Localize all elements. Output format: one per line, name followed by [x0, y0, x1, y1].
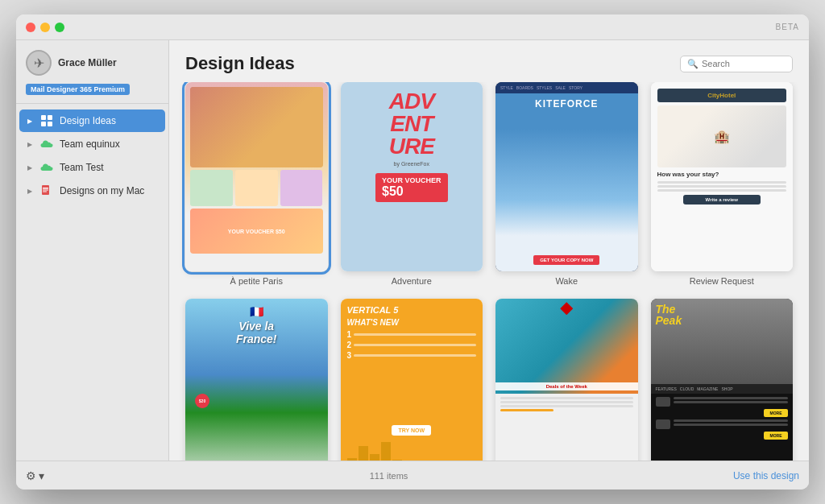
title-bar: BETA: [16, 14, 809, 40]
grid-container[interactable]: YOUR VOUCHER $50 À petite Paris ADVENTUR…: [169, 82, 809, 461]
content-area: Design Ideas 🔍: [169, 40, 809, 461]
vertical-building-4: [381, 442, 391, 461]
card-thumb-review[interactable]: CityHotel 🏨 How was your stay? Write a r…: [651, 82, 794, 271]
wake-nav-4: SALE: [555, 85, 566, 90]
vertical-design: VERTICAL 5 WHAT'S NEW 1 2: [341, 299, 483, 461]
review-line-1: [657, 181, 787, 184]
card-thumb-peak[interactable]: ThePeak FEATURES CLOUD MAGAZINE SHOP: [651, 299, 794, 461]
peak-nav-4: SHOP: [721, 386, 732, 391]
vertical-item-1: 1: [347, 330, 477, 339]
user-name: Grace Müller: [58, 57, 117, 68]
peak-more-btn-2: MORE: [764, 432, 788, 440]
user-avatar-row: ✈ Grace Müller: [26, 50, 159, 76]
vertical-num-2: 2: [347, 341, 352, 349]
card-wake[interactable]: STYLE BOARDS STYLES SALE STORY KITEFORCE…: [495, 82, 638, 286]
gear-button[interactable]: ⚙ ▾: [26, 469, 44, 482]
sidebar: ✈ Grace Müller Mail Designer 365 Premium…: [16, 40, 169, 461]
review-question: How was your stay?: [657, 171, 787, 178]
card-review-label: Review Request: [690, 276, 754, 286]
sidebar-item-designs-mac[interactable]: ▶ Designs on my Mac: [19, 180, 165, 202]
use-design-button[interactable]: Use this design: [733, 470, 799, 481]
peak-text-line-4: [674, 423, 789, 426]
search-box[interactable]: 🔍: [680, 56, 793, 72]
card-thumb-adventure[interactable]: ADVENTURE by GreeneFox YOUR VOUCHER$50: [341, 82, 483, 271]
card-france[interactable]: 🇫🇷 Vive laFrance! $20: [185, 299, 328, 461]
file-icon: [39, 184, 54, 198]
adventure-title: ADVENTURE: [389, 90, 434, 158]
review-write-btn: Write a review: [683, 195, 761, 204]
paris-footer-text: YOUR VOUCHER $50: [228, 229, 285, 234]
bottom-bar: ⚙ ▾ 111 items Use this design: [16, 461, 809, 490]
sidebar-item-designs-mac-label: Designs on my Mac: [60, 185, 144, 196]
search-icon: 🔍: [687, 59, 699, 69]
supermarket-top-image: Deals of the Week: [495, 299, 638, 394]
review-hotel-header: CityHotel: [657, 89, 787, 102]
card-review[interactable]: CityHotel 🏨 How was your stay? Write a r…: [651, 82, 794, 286]
wake-design: STYLE BOARDS STYLES SALE STORY KITEFORCE…: [495, 82, 638, 271]
vertical-text-1: [354, 333, 476, 336]
peak-nav-1: FEATURES: [656, 386, 677, 391]
maximize-button[interactable]: [55, 23, 64, 32]
sidebar-item-design-ideas[interactable]: ▶ Design Ideas: [19, 109, 165, 132]
vertical-text-2: [354, 344, 476, 346]
nav-items: ▶ Design Ideas ▶: [16, 104, 168, 461]
supermarket-line-2: [500, 401, 633, 403]
minimize-button[interactable]: [40, 23, 50, 32]
sidebar-item-team-test[interactable]: ▶ Team Test: [19, 156, 165, 179]
wake-nav-3: STYLES: [537, 85, 552, 90]
card-thumb-paris[interactable]: YOUR VOUCHER $50: [185, 82, 328, 271]
review-line-3: [657, 189, 787, 192]
supermarket-line-4: [500, 409, 553, 411]
supermarket-design: Deals of the Week: [495, 299, 638, 461]
sidebar-item-team-equinux[interactable]: ▶ Team equinux: [19, 133, 165, 155]
peak-text-line-2: [674, 401, 789, 403]
svg-rect-0: [41, 115, 46, 120]
vertical-text-3: [354, 354, 476, 357]
adventure-voucher: YOUR VOUCHER$50: [375, 173, 448, 202]
wake-main-image: KITEFORCE GET YOUR COPY NOW: [495, 93, 638, 271]
peak-top-image: ThePeak: [651, 299, 794, 384]
sidebar-item-design-ideas-label: Design Ideas: [60, 115, 116, 126]
card-peak[interactable]: ThePeak FEATURES CLOUD MAGAZINE SHOP: [651, 299, 794, 461]
item-count: 111 items: [44, 471, 733, 481]
grid-icon: [39, 114, 54, 128]
vertical-building-3: [370, 454, 379, 461]
card-wake-label: Wake: [555, 276, 578, 286]
nav-arrow-2: ▶: [27, 141, 34, 148]
paris-block-3: [280, 170, 323, 206]
nav-arrow-4: ▶: [27, 188, 34, 195]
app-window: BETA ✈ Grace Müller Mail Designer 365 Pr…: [16, 14, 809, 490]
wake-nav-2: BOARDS: [516, 85, 533, 90]
user-badge: Mail Designer 365 Premium: [26, 84, 130, 95]
vertical-whats-new: WHAT'S NEW: [347, 318, 477, 327]
peak-row-2: [656, 419, 789, 429]
peak-title: ThePeak: [656, 304, 682, 326]
card-paris-label: À petite Paris: [230, 276, 283, 286]
peak-nav-3: MAGAZINE: [697, 386, 718, 391]
card-thumb-vertical[interactable]: VERTICAL 5 WHAT'S NEW 1 2: [341, 299, 483, 461]
card-adventure-label: Adventure: [392, 276, 432, 286]
peak-design: ThePeak FEATURES CLOUD MAGAZINE SHOP: [651, 299, 794, 461]
review-design: CityHotel 🏨 How was your stay? Write a r…: [651, 82, 794, 271]
wake-header: STYLE BOARDS STYLES SALE STORY: [495, 82, 638, 93]
svg-rect-6: [43, 190, 48, 191]
vertical-building-2: [359, 446, 368, 461]
avatar-icon: ✈: [34, 56, 44, 71]
peak-block-img-2: [656, 419, 670, 429]
card-thumb-france[interactable]: 🇫🇷 Vive laFrance! $20: [185, 299, 328, 461]
close-button[interactable]: [26, 23, 35, 32]
card-adventure[interactable]: ADVENTURE by GreeneFox YOUR VOUCHER$50 A…: [341, 82, 483, 286]
card-thumb-wake[interactable]: STYLE BOARDS STYLES SALE STORY KITEFORCE…: [495, 82, 638, 271]
peak-block-img-1: [656, 397, 670, 407]
peak-content-blocks: MORE MORE: [651, 394, 794, 461]
card-supermarket[interactable]: Deals of the Week Supermarket: [495, 299, 638, 461]
card-paris[interactable]: YOUR VOUCHER $50 À petite Paris: [185, 82, 328, 286]
peak-more-btn: MORE: [764, 409, 788, 417]
search-input[interactable]: [702, 59, 786, 68]
beta-label: BETA: [776, 23, 799, 31]
vertical-buildings: [347, 442, 477, 461]
nav-arrow-3: ▶: [27, 164, 34, 171]
review-lamp-image: 🏨: [657, 105, 787, 167]
card-thumb-supermarket[interactable]: Deals of the Week: [495, 299, 638, 461]
card-vertical[interactable]: VERTICAL 5 WHAT'S NEW 1 2: [341, 299, 483, 461]
